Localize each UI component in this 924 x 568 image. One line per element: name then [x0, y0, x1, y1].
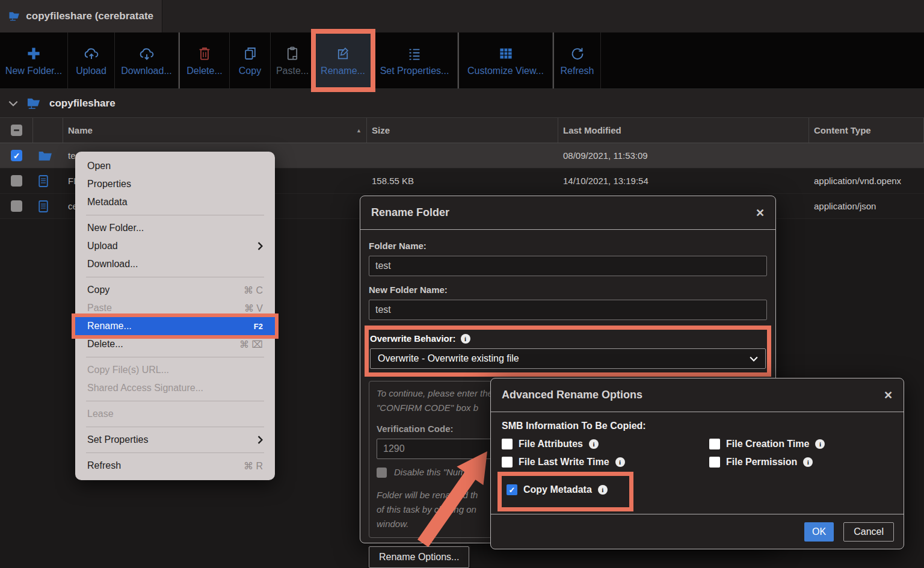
ok-button[interactable]: OK [804, 522, 834, 542]
cloud-upload-icon [84, 45, 99, 61]
new-folder-button[interactable]: New Folder... [0, 32, 68, 88]
download-button[interactable]: Download... [115, 32, 179, 88]
menu-item-rename[interactable]: Rename...F2 [75, 317, 275, 335]
menu-item-copy[interactable]: Copy⌘ C [75, 281, 275, 299]
size-column-header[interactable]: Size [367, 118, 558, 143]
menu-item-paste[interactable]: Paste⌘ V [75, 299, 275, 317]
sort-ascending-icon: ▲ [356, 128, 362, 134]
upload-button[interactable]: Upload [68, 32, 115, 88]
menu-item-properties[interactable]: Properties [75, 175, 275, 193]
checkbox[interactable] [502, 439, 513, 449]
menu-item-download[interactable]: Download... [75, 255, 275, 273]
menu-item-new-folder[interactable]: New Folder... [75, 219, 275, 237]
disable-verification-label: Disable this "Numeri [394, 465, 475, 480]
row-checkbox[interactable] [11, 200, 22, 212]
app-window: copyfileshare (cerebratate New Folder...… [0, 0, 924, 568]
info-icon[interactable]: i [598, 485, 608, 495]
paste-button[interactable]: Paste... [271, 32, 315, 88]
row-modified: 14/10/2021, 13:19:54 [558, 168, 809, 193]
menu-item-copy-url[interactable]: Copy File(s) URL... [75, 361, 275, 379]
row-size [367, 143, 558, 168]
close-icon[interactable]: ✕ [884, 389, 893, 402]
title-bar-space [162, 0, 924, 32]
copy-metadata-option[interactable]: ✓ Copy Metadata i [502, 476, 629, 507]
menu-item-metadata[interactable]: Metadata [75, 193, 275, 211]
copy-icon [244, 45, 257, 61]
smb-section-label: SMB Information To Be Copied: [502, 421, 893, 431]
menu-divider [86, 401, 264, 401]
cloud-download-icon [139, 45, 155, 61]
trash-icon [198, 45, 211, 61]
row-size: 158.55 KB [367, 168, 558, 193]
menu-item-lease[interactable]: Lease [75, 405, 275, 423]
menu-item-open[interactable]: Open [75, 157, 275, 175]
file-creation-time-option[interactable]: File Creation Time i [709, 439, 893, 449]
list-icon [407, 45, 422, 61]
menu-item-sas[interactable]: Shared Access Signature... [75, 379, 275, 397]
breadcrumb: copyfileshare [0, 89, 924, 118]
info-icon[interactable]: i [815, 439, 825, 449]
shortcut-label: ⌘ V [244, 303, 263, 314]
file-icon [33, 194, 63, 218]
select-all-checkbox[interactable] [0, 118, 33, 143]
clipboard-icon [286, 45, 299, 61]
disable-verification-checkbox[interactable] [377, 468, 387, 478]
menu-divider [86, 277, 264, 277]
shortcut-label: ⌘ ⌧ [239, 339, 263, 350]
plus-icon [26, 45, 41, 61]
row-checkbox-checked[interactable]: ✓ [11, 150, 22, 161]
title-bar: copyfileshare (cerebratate [0, 0, 924, 32]
refresh-icon [570, 45, 585, 61]
checkbox[interactable] [502, 457, 513, 468]
window-tab[interactable]: copyfileshare (cerebratate [0, 0, 162, 32]
new-folder-name-input[interactable] [369, 300, 767, 320]
close-icon[interactable]: ✕ [756, 206, 765, 220]
folder-name-input[interactable] [369, 256, 767, 276]
menu-divider [86, 357, 264, 357]
folder-icon [33, 143, 63, 168]
new-folder-name-label: New Folder Name: [369, 285, 767, 295]
file-last-write-time-option[interactable]: File Last Write Time i [502, 457, 709, 468]
advanced-rename-options-dialog: Advanced Rename Options ✕ SMB Informatio… [490, 378, 904, 549]
info-icon[interactable]: i [461, 334, 470, 344]
file-permission-option[interactable]: File Permission i [709, 457, 893, 468]
menu-item-upload[interactable]: Upload [75, 237, 275, 255]
info-icon[interactable]: i [803, 457, 813, 467]
menu-item-set-properties[interactable]: Set Properties [75, 431, 275, 449]
rename-options-button[interactable]: Rename Options... [369, 546, 469, 568]
type-column-header[interactable]: Content Type [809, 118, 924, 143]
modified-column-header[interactable]: Last Modified [558, 118, 809, 143]
checkbox-checked[interactable]: ✓ [507, 484, 517, 495]
select-chevron-icon [750, 356, 758, 362]
menu-item-delete[interactable]: Delete...⌘ ⌧ [75, 335, 275, 353]
folder-name-label: Folder Name: [369, 241, 767, 251]
overwrite-behavior-select[interactable]: Overwrite - Overwrite existing file [370, 348, 766, 369]
checkbox[interactable] [709, 439, 720, 449]
smb-options-grid: File Attributes i File Creation Time i F… [502, 439, 893, 507]
row-checkbox[interactable] [11, 175, 22, 187]
toolbar: New Folder... Upload Download... Delete.… [0, 32, 924, 89]
copy-button[interactable]: Copy [230, 32, 271, 88]
row-modified: 08/09/2021, 11:53:09 [558, 143, 809, 168]
refresh-button[interactable]: Refresh [554, 32, 601, 88]
shortcut-label: ⌘ R [244, 460, 263, 472]
fileshare-icon [8, 9, 20, 23]
delete-button[interactable]: Delete... [180, 32, 230, 88]
menu-divider [86, 427, 264, 427]
customize-view-button[interactable]: Customize View... [459, 32, 553, 88]
grid-icon [499, 45, 513, 61]
cancel-button[interactable]: Cancel [843, 522, 894, 542]
breadcrumb-label[interactable]: copyfileshare [49, 97, 116, 110]
menu-item-refresh[interactable]: Refresh⌘ R [75, 457, 275, 475]
checkbox[interactable] [709, 457, 720, 468]
file-attributes-option[interactable]: File Attributes i [502, 439, 709, 449]
shortcut-label: ⌘ C [244, 285, 263, 296]
info-icon[interactable]: i [615, 457, 625, 467]
set-properties-button[interactable]: Set Properties... [372, 32, 458, 88]
dialog-title: Rename Folder [371, 206, 449, 219]
rename-button[interactable]: Rename... [315, 32, 372, 88]
chevron-down-icon[interactable] [8, 100, 18, 106]
name-column-header[interactable]: Name ▲ [63, 118, 367, 143]
info-icon[interactable]: i [589, 439, 599, 449]
menu-divider [86, 215, 264, 215]
